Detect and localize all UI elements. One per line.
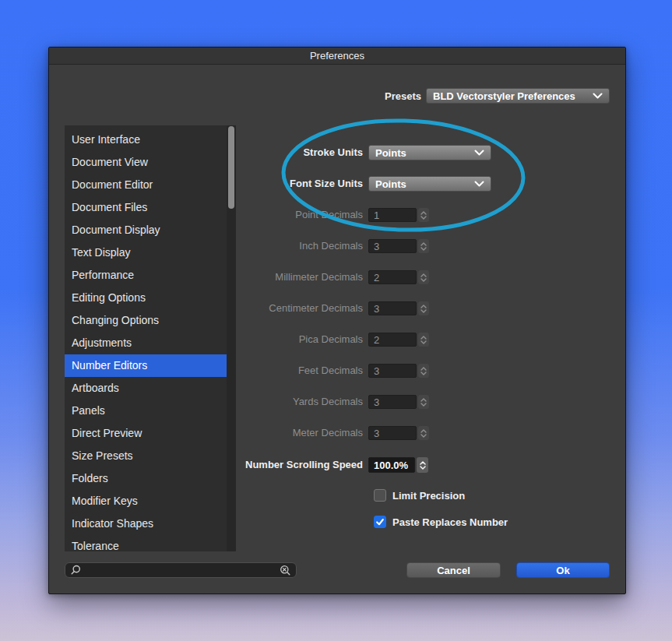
search-field[interactable] [65,562,297,578]
field-value: 100.0% [374,460,408,471]
field-label: Centimeter Decimals [49,301,368,315]
meter-decimals-input[interactable]: 3 [368,426,417,440]
chevron-up-icon [420,367,427,371]
yards-decimals-row: Yards Decimals 3 [49,395,429,409]
field-label: Point Decimals [49,208,368,222]
window-title: Preferences [310,50,364,62]
chevron-up-icon [420,336,427,340]
chevron-up-icon [420,461,426,465]
chevron-down-icon [420,434,427,438]
cancel-button[interactable]: Cancel [406,562,501,578]
field-label: Millimeter Decimals [49,270,368,284]
font-size-units-label: Font Size Units [49,176,368,192]
centimeter-decimals-input[interactable]: 3 [368,301,417,315]
field-value: 1 [374,210,379,221]
chevron-down-icon [420,278,427,282]
field-value: 3 [374,396,379,408]
field-value: 2 [374,334,379,346]
limit-precision-checkbox[interactable] [374,489,386,502]
font-size-units-dropdown[interactable]: Points [368,176,491,192]
pica-decimals-row: Pica Decimals 2 [49,333,429,347]
stepper-control[interactable] [418,426,429,440]
stepper-control[interactable] [418,208,429,222]
ok-button[interactable]: Ok [516,562,610,578]
font-size-units-value: Points [375,178,474,190]
chevron-down-icon [420,247,427,251]
centimeter-decimals-row: Centimeter Decimals 3 [49,301,429,315]
titlebar[interactable]: Preferences [49,48,625,65]
presets-dropdown[interactable]: BLD Vectorstyler Preferences [426,88,610,104]
inch-decimals-input[interactable]: 3 [368,239,417,253]
limit-precision-label: Limit Precision [392,490,465,502]
field-label: Inch Decimals [49,239,368,253]
point-decimals-row: Point Decimals 1 [49,208,429,222]
millimeter-decimals-input[interactable]: 2 [368,270,417,284]
scrollbar-thumb[interactable] [228,126,234,209]
chevron-down-icon [474,181,484,187]
number-scrolling-speed-input[interactable]: 100.0% [368,457,415,473]
number-scrolling-speed-row: Number Scrolling Speed 100.0% [49,457,428,473]
stroke-units-row: Stroke Units Points [49,145,491,160]
pica-decimals-input[interactable]: 2 [368,333,417,347]
stepper-control[interactable] [418,333,429,347]
field-value: 2 [374,272,379,284]
stepper-control[interactable] [418,239,429,253]
field-label: Feet Decimals [49,364,368,378]
paste-replaces-number-label: Paste Replaces Number [392,516,508,528]
chevron-down-icon [420,309,427,313]
chevron-up-icon [420,242,427,246]
field-label: Yards Decimals [49,395,368,409]
feet-decimals-row: Feet Decimals 3 [49,364,429,378]
chevron-up-icon [420,429,427,433]
chevron-down-icon [420,372,427,375]
stepper-control[interactable] [418,395,429,409]
sidebar-item-indicator-shapes[interactable]: Indicator Shapes [65,512,227,535]
stroke-units-value: Points [375,147,474,159]
preferences-dialog: Preferences Presets BLD Vectorstyler Pre… [48,47,626,594]
chevron-up-icon [420,273,427,277]
stroke-units-dropdown[interactable]: Points [368,145,491,160]
meter-decimals-row: Meter Decimals 3 [49,426,429,440]
field-value: 3 [374,241,379,252]
field-value: 3 [374,365,379,377]
sidebar-item-document-display[interactable]: Document Display [65,219,227,241]
font-size-units-row: Font Size Units Points [49,176,491,192]
field-label: Meter Decimals [49,426,368,440]
presets-label: Presets [49,90,421,102]
point-decimals-input[interactable]: 1 [368,208,417,222]
sidebar-item-modifier-keys[interactable]: Modifier Keys [65,490,227,512]
chevron-down-icon [474,150,484,156]
feet-decimals-input[interactable]: 3 [368,364,417,378]
field-value: 3 [374,428,379,439]
chevron-down-icon [420,403,427,407]
number-scrolling-speed-label: Number Scrolling Speed [49,457,368,473]
stepper-control[interactable] [417,457,428,473]
search-icon [70,565,81,576]
chevron-down-icon [420,340,427,344]
clear-search-icon[interactable] [280,565,291,576]
chevron-up-icon [420,398,427,402]
limit-precision-row: Limit Precision [374,489,465,502]
sidebar-item-tolerance[interactable]: Tolerance [65,535,227,551]
paste-replaces-number-row: Paste Replaces Number [374,516,508,528]
chevron-down-icon [420,216,427,220]
stroke-units-label: Stroke Units [49,145,368,160]
stepper-control[interactable] [418,270,429,284]
chevron-down-icon [420,466,426,470]
check-icon [375,517,385,527]
chevron-down-icon [593,93,603,99]
search-input[interactable] [85,565,276,576]
millimeter-decimals-row: Millimeter Decimals 2 [49,270,429,284]
inch-decimals-row: Inch Decimals 3 [49,239,429,253]
stepper-control[interactable] [418,301,429,315]
stepper-control[interactable] [418,364,429,378]
presets-value: BLD Vectorstyler Preferences [433,90,593,102]
field-value: 3 [374,303,379,315]
chevron-up-icon [420,305,427,308]
field-label: Pica Decimals [49,333,368,347]
paste-replaces-number-checkbox[interactable] [374,516,386,528]
chevron-up-icon [420,211,427,215]
yards-decimals-input[interactable]: 3 [368,395,417,409]
